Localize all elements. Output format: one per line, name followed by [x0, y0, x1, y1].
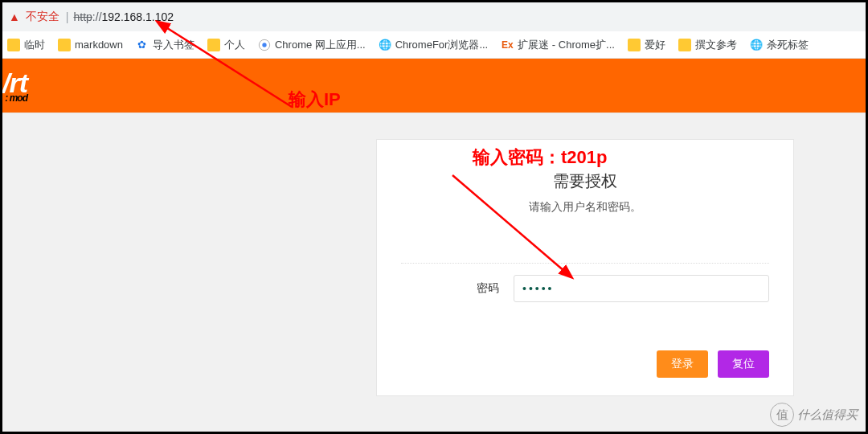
svg-point-1	[262, 43, 266, 47]
bookmark-item[interactable]: 临时	[7, 38, 45, 52]
gear-icon: ✿	[136, 39, 149, 51]
card-title: 需要授权	[401, 170, 769, 192]
bookmarks-bar: 临时 markdown ✿导入书签 个人 Chrome 网上应用... 🌐Chr…	[2, 31, 866, 59]
insecure-label: 不安全	[26, 10, 59, 24]
folder-icon	[628, 39, 641, 51]
logo-sub: : mod	[2, 93, 27, 103]
app-header: /rt : mod	[2, 59, 866, 113]
watermark-icon: 值	[770, 403, 794, 427]
button-row: 登录 复位	[401, 350, 769, 378]
bookmark-label: 个人	[224, 38, 245, 52]
bookmark-label: 导入书签	[153, 38, 194, 52]
bookmark-label: 撰文参考	[695, 38, 737, 52]
watermark: 值 什么值得买	[770, 403, 858, 427]
folder-icon	[7, 39, 20, 51]
bookmark-item[interactable]: 🌐杀死标签	[750, 38, 809, 52]
chrome-icon	[258, 39, 271, 51]
globe-icon: 🌐	[379, 39, 391, 51]
password-input[interactable]	[514, 275, 769, 302]
url-host: 192.168.1.102	[102, 10, 174, 23]
folder-icon	[58, 39, 71, 51]
page-body: 需要授权 请输入用户名和密码。 密码 登录 复位	[2, 113, 866, 433]
bookmark-label: 扩展迷 - Chrome扩...	[518, 38, 615, 52]
bookmark-item[interactable]: 个人	[207, 38, 245, 52]
bookmark-label: 临时	[24, 38, 45, 52]
divider: |	[66, 10, 69, 23]
address-bar[interactable]: ▲ 不安全 | http://192.168.1.102	[2, 2, 866, 31]
password-label: 密码	[401, 281, 514, 296]
bookmark-item[interactable]: 爱好	[628, 38, 665, 52]
watermark-text: 什么值得买	[797, 407, 858, 423]
reset-button[interactable]: 复位	[718, 350, 769, 378]
url-protocol: http	[74, 10, 92, 23]
bookmark-item[interactable]: 撰文参考	[678, 38, 737, 52]
bookmark-label: ChromeFor浏览器...	[395, 38, 489, 52]
bookmark-label: 杀死标签	[767, 38, 809, 52]
password-field-row: 密码	[401, 263, 769, 302]
bookmark-item[interactable]: markdown	[58, 39, 123, 51]
bookmark-item[interactable]: Ex扩展迷 - Chrome扩...	[501, 38, 615, 52]
url-separator: ://	[92, 10, 102, 23]
login-button[interactable]: 登录	[657, 350, 708, 378]
globe-icon: 🌐	[750, 39, 763, 51]
bookmark-label: Chrome 网上应用...	[275, 38, 366, 52]
ex-icon: Ex	[501, 39, 514, 51]
bookmark-item[interactable]: 🌐ChromeFor浏览器...	[379, 38, 489, 52]
bookmark-item[interactable]: Chrome 网上应用...	[258, 38, 366, 52]
bookmark-item[interactable]: ✿导入书签	[136, 38, 194, 52]
card-subtitle: 请输入用户名和密码。	[401, 200, 769, 215]
warning-icon: ▲	[9, 10, 20, 23]
bookmark-label: markdown	[75, 39, 123, 51]
folder-icon	[207, 39, 220, 51]
bookmark-label: 爱好	[645, 38, 665, 52]
logo: /rt : mod	[2, 69, 27, 103]
folder-icon	[678, 39, 691, 51]
login-card: 需要授权 请输入用户名和密码。 密码 登录 复位	[376, 139, 794, 396]
